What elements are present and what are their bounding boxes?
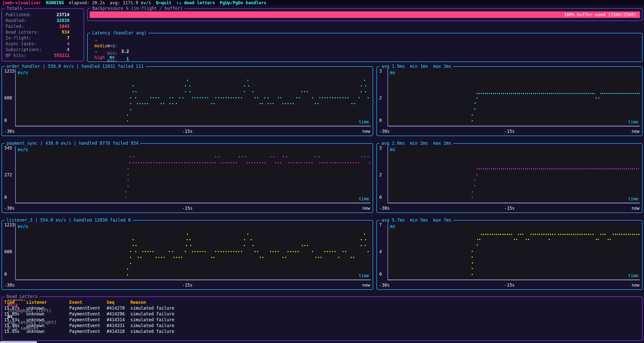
status-badge: RUNNING — [46, 0, 64, 6]
y-unit-label: ev/s — [17, 224, 29, 229]
x-tick: now — [362, 282, 370, 288]
latency-avg-row: avg: 3.2 ms — [92, 37, 642, 45]
y-tick: 608 — [4, 249, 12, 255]
x-tick: now — [632, 205, 639, 211]
dead-letter-cell: unknown — [26, 305, 69, 311]
backpressure-panel: Backpressure % (in-flight / buffer) 100%… — [87, 8, 642, 21]
chart-panel-listener-3-latency: avg 5.7ms min 5ms max 7ms 7 4 0 ms time … — [376, 220, 642, 290]
totals-row-in-flight: In-flight: 7 — [2, 35, 84, 41]
app-name: jaeb-visualizer — [2, 0, 41, 6]
latency-summary-list: avg: 3.2 ms min: 1 ms max: 7 ms — [88, 33, 642, 60]
totals-row-bp-hits: BP hits: 555211 — [2, 53, 84, 58]
dead-letter-cell: unknown — [26, 329, 69, 334]
plot-area: ev/s time — [15, 69, 371, 126]
x-tick: -30s — [379, 128, 390, 134]
y-unit-label: ev/s — [17, 147, 29, 153]
backpressure-bar: 100% buffer used (2560/2560) — [90, 11, 640, 18]
y-tick: 0 — [379, 271, 382, 277]
y-tick: 2 — [379, 95, 382, 101]
y-unit-label: ms — [389, 224, 396, 229]
dead-letter-cell: simulated failure — [130, 317, 642, 323]
x-tick: -15s — [504, 128, 515, 134]
dead-letter-cell: unknown — [26, 311, 69, 317]
col-seq: Seq — [107, 299, 130, 305]
y-tick: 608 — [4, 95, 12, 101]
dead-letters-hint: ↑↓ dead letters — [176, 0, 215, 6]
chart-panel-order-handler-latency: avg 1.9ms min 1ms max 3ms 3 2 0 ms time … — [376, 66, 642, 136]
y-tick: 272 — [4, 172, 12, 178]
dead-letter-cell: #414318 — [107, 329, 130, 334]
dead-letter-cell: 15.95s — [4, 329, 26, 334]
dead-letter-cell: #414314 — [107, 317, 130, 323]
x-tick: -30s — [4, 282, 15, 288]
dead-letter-cell: #414278 — [107, 305, 130, 311]
dead-letters-header: Time Listener Event Seq Reason — [2, 299, 642, 305]
y-axis: 1215 608 0 — [4, 223, 14, 280]
x-tick: now — [362, 205, 370, 211]
y-unit-label: ev/s — [17, 70, 29, 76]
totals-row-failed: Failed: 1045 — [2, 24, 84, 29]
x-tick: -15s — [504, 205, 515, 211]
dead-letter-cell: PaymentEvent — [69, 311, 107, 317]
y-tick: 0 — [379, 118, 382, 123]
backpressure-title: Backpressure % (in-flight / buffer) — [90, 6, 185, 11]
dead-letters-panel: Dead Letters Time Listener Event Seq Rea… — [2, 296, 642, 341]
dead-letter-cell: simulated failure — [130, 311, 642, 317]
dead-letter-cell: 15.93s — [4, 317, 26, 323]
time-axis-label: time — [359, 273, 369, 279]
chart-panel-payment-sync-throughput: payment_sync | 438.0 ev/s | handled 8778… — [2, 143, 373, 213]
dead-letter-cell: PaymentEvent — [69, 323, 107, 329]
dead-letter-cell: 15.94s — [4, 323, 26, 329]
dead-letter-cell: 15.87s — [4, 305, 26, 311]
time-axis-label: time — [628, 273, 638, 279]
totals-title: Totals — [5, 6, 24, 11]
dead-letters-title: Dead Letters — [5, 294, 40, 299]
y-tick: 2 — [379, 172, 382, 178]
screen-edge-artifact — [0, 341, 37, 343]
chart-title: order_handler | 558.0 ev/s | handled 120… — [5, 63, 146, 69]
y-tick: 0 — [4, 271, 7, 277]
latency-min-row: min: 1 ms — [92, 45, 642, 52]
totals-row-subscriptions: Subscriptions: 4 — [2, 47, 84, 53]
time-axis-label: time — [359, 196, 369, 202]
y-tick: 0 — [4, 195, 7, 200]
x-tick: now — [362, 128, 370, 134]
latency-summary-panel: Latency (handler avg) avg: 3.2 ms min: 1… — [87, 33, 642, 62]
dead-letter-cell: simulated failure — [130, 305, 642, 311]
col-event: Event — [69, 299, 107, 305]
totals-row-handled: Handled: 32839 — [2, 18, 84, 24]
avg-rate: avg: 1171.9 ev/s — [110, 0, 151, 6]
dead-letter-row: 15.93sunknownPaymentEvent#414314simulate… — [2, 317, 642, 323]
x-tick: -15s — [504, 282, 515, 288]
plot-area: ms time — [388, 146, 640, 203]
dead-letter-cell: unknown — [26, 323, 69, 329]
plot-area: ms time — [388, 223, 640, 280]
y-tick: 4 — [379, 249, 382, 255]
dead-letter-cell: #414331 — [107, 323, 130, 329]
time-axis-label: time — [628, 119, 638, 125]
dead-letter-cell: 15.89s — [4, 311, 26, 317]
chart-title: avg 2.0ms min 2ms max 2ms — [379, 140, 453, 146]
totals-row-async-tasks: Async tasks: 4 — [2, 41, 84, 47]
x-tick: -15s — [182, 128, 193, 134]
dead-letter-cell: simulated failure — [130, 323, 642, 329]
dead-letter-row: 15.89sunknownPaymentEvent#414296simulate… — [2, 311, 642, 317]
dead-letter-cell: simulated failure — [130, 329, 642, 334]
col-reason: Reason — [130, 299, 642, 305]
y-tick: 0 — [379, 195, 382, 200]
dead-letter-row: 15.87sunknownPaymentEvent#414278simulate… — [2, 305, 642, 311]
dead-letter-cell: PaymentEvent — [69, 305, 107, 311]
totals-row-published: Published: 23714 — [2, 12, 84, 18]
totals-panel: Totals Published: 23714 Handled: 32839 F… — [2, 8, 84, 61]
dead-letters-rows: 15.87sunknownPaymentEvent#414278simulate… — [2, 305, 642, 334]
x-tick: -15s — [182, 205, 193, 211]
dead-letter-row: 15.95sunknownPaymentEvent#414318simulate… — [2, 329, 642, 334]
latency-summary-title: Latency (handler avg) — [90, 30, 149, 36]
col-listener: Listener — [26, 299, 69, 305]
totals-list: Published: 23714 Handled: 32839 Failed: … — [2, 9, 84, 58]
y-axis: 545 272 0 — [4, 146, 14, 203]
x-tick: -30s — [4, 205, 15, 211]
chart-panel-listener-3-throughput: listener_3 | 554.0 ev/s | handled 12030 … — [2, 220, 373, 290]
plot-area: ev/s time — [15, 146, 371, 203]
x-tick: now — [632, 128, 639, 134]
